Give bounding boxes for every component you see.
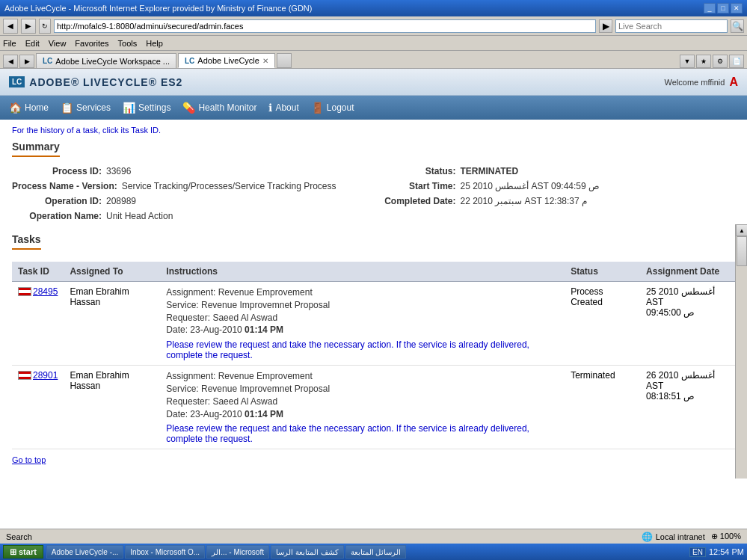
nav-home[interactable]: 🏠 Home — [9, 102, 49, 114]
instructions-text-0: Assignment: Revenue Emprovement Service:… — [166, 286, 559, 336]
table-header-row: Task ID Assigned To Instructions Status … — [12, 262, 735, 282]
assignment-time-0: 09:45:00 ص — [646, 307, 729, 318]
services-icon: 📋 — [61, 102, 73, 114]
status-value-1: Terminated — [571, 370, 615, 381]
scroll-up-button[interactable]: ▲ — [736, 224, 747, 236]
tab-0[interactable]: LC Adobe LiveCycle Workspace ... — [36, 53, 176, 68]
refresh-button[interactable]: ↻ — [39, 19, 51, 34]
operation-name-value: Unit Head Action — [106, 211, 173, 221]
settings-icon: 📊 — [123, 102, 135, 114]
assignment-date-1: 26 2010 أغسطس AST — [646, 370, 729, 391]
nav-health-monitor[interactable]: 💊 Health Monitor — [182, 102, 256, 114]
operation-id-value: 208989 — [106, 196, 136, 206]
back-button[interactable]: ◀ — [3, 19, 18, 34]
menu-help[interactable]: Help — [146, 39, 163, 48]
menu-file[interactable]: File — [3, 39, 16, 48]
task-id-link-0[interactable]: 28495 — [33, 286, 58, 297]
app-title: ADOBE® LIVECYCLE® ES2 — [29, 76, 182, 88]
process-id-label: Process ID: — [12, 166, 102, 176]
forward-button[interactable]: ▶ — [21, 19, 36, 34]
task-id-link-1[interactable]: 28901 — [33, 370, 58, 381]
status-right: 🌐 Local intranet ⊕ 100% — [642, 532, 741, 542]
date-bold-0: 01:14 PM — [245, 324, 283, 335]
quick-tabs-button[interactable]: ▼ — [680, 55, 695, 68]
completed-date-value: 22 2010 سبتمبر AST 12:38:37 م — [461, 196, 588, 206]
assignment-date-cell-0: 25 2010 أغسطس AST 09:45:00 ص — [640, 282, 735, 366]
tab-1-label: Adobe LiveCycle — [197, 56, 259, 65]
status-cell-0: Process Created — [565, 282, 640, 366]
menu-view[interactable]: View — [49, 39, 67, 48]
address-input[interactable] — [54, 19, 596, 33]
maximize-button[interactable]: □ — [717, 3, 729, 13]
right-info: Status: TERMINATED Start Time: 25 2010 أ… — [381, 166, 736, 221]
nav-settings[interactable]: 📊 Settings — [123, 102, 170, 114]
start-button[interactable]: ⊞ start — [3, 545, 43, 559]
nav-logout[interactable]: 🚪 Logout — [311, 102, 354, 114]
tab-1-close[interactable]: ✕ — [262, 57, 268, 65]
nav-services[interactable]: 📋 Services — [61, 102, 111, 114]
new-tab-button[interactable] — [277, 53, 292, 68]
tab-scroll-left[interactable]: ◀ — [3, 55, 18, 68]
instructions-link-1[interactable]: Please review the request and take the n… — [166, 423, 529, 444]
language-indicator: EN — [689, 547, 706, 557]
assignment-date-0: 25 2010 أغسطس AST — [646, 286, 729, 307]
scroll-thumb[interactable] — [737, 236, 747, 266]
adobe-icon: A — [729, 76, 738, 89]
lc-box: LC — [9, 76, 25, 87]
instructions-link-0[interactable]: Please review the request and take the n… — [166, 339, 529, 360]
minimize-button[interactable]: _ — [704, 3, 716, 13]
status-value-0: Process Created — [571, 286, 603, 307]
taskbar-item-1[interactable]: Inbox - Microsoft O... — [125, 545, 205, 559]
assigned-to-0: Eman Ebrahim Hassan — [70, 286, 129, 307]
status-value: TERMINATED — [461, 166, 519, 176]
start-time-row: Start Time: 25 2010 أغسطس AST 09:44:59 ص — [381, 181, 736, 191]
nav-settings-label: Settings — [138, 102, 170, 113]
home-icon: 🏠 — [9, 102, 22, 114]
col-status: Status — [565, 262, 640, 282]
start-label: start — [19, 547, 37, 556]
system-time: 12:54 PM — [709, 547, 744, 556]
menu-tools[interactable]: Tools — [118, 39, 138, 48]
status-bar: Search 🌐 Local intranet ⊕ 100% — [0, 529, 747, 544]
menu-edit[interactable]: Edit — [25, 39, 40, 48]
page-tab-button[interactable]: 📄 — [729, 55, 744, 68]
tasks-table: Task ID Assigned To Instructions Status … — [12, 262, 735, 449]
summary-grid: Process ID: 33696 Process Name - Version… — [12, 166, 735, 221]
start-time-label: Start Time: — [381, 181, 456, 191]
nav-logout-label: Logout — [327, 102, 354, 113]
nav-about[interactable]: ℹ About — [268, 102, 298, 114]
logout-icon: 🚪 — [311, 102, 324, 114]
taskbar: ⊞ start Adobe LiveCycle -... Inbox - Mic… — [0, 544, 747, 560]
window-controls[interactable]: _ □ ✕ — [704, 3, 743, 13]
taskbar-items: Adobe LiveCycle -... Inbox - Microsoft O… — [46, 545, 686, 559]
vertical-scrollbar[interactable]: ▲ ▼ — [735, 224, 747, 479]
search-go-button[interactable]: 🔍 — [731, 19, 744, 33]
close-button[interactable]: ✕ — [731, 3, 743, 13]
go-button[interactable]: ▶ — [599, 19, 612, 33]
tab-0-label: Adobe LiveCycle Workspace ... — [55, 57, 170, 66]
scroll-track — [736, 236, 747, 479]
assigned-to-cell-1: Eman Ebrahim Hassan — [64, 366, 160, 449]
zoom-level: ⊕ 100% — [711, 532, 741, 541]
search-input[interactable] — [615, 19, 728, 33]
taskbar-item-2[interactable]: الر... - Microsoft — [206, 545, 269, 559]
tab-1[interactable]: LC Adobe LiveCycle ✕ — [178, 53, 275, 68]
left-info: Process ID: 33696 Process Name - Version… — [12, 166, 366, 221]
assignment-date-cell-1: 26 2010 أغسطس AST 08:18:51 ص — [640, 366, 735, 449]
favorites-tab-button[interactable]: ★ — [696, 55, 711, 68]
zone-label: Local intranet — [656, 532, 705, 541]
taskbar-item-4[interactable]: الرسائل المتابعة — [345, 545, 407, 559]
tools-tab-button[interactable]: ⚙ — [713, 55, 728, 68]
health-monitor-icon: 💊 — [182, 102, 195, 114]
breadcrumb: For the history of a task, click its Tas… — [12, 126, 735, 135]
taskbar-right: EN 12:54 PM — [689, 547, 744, 557]
tab-scroll-right[interactable]: ▶ — [19, 55, 34, 68]
instructions-cell-0: Assignment: Revenue Emprovement Service:… — [160, 282, 565, 366]
menu-favorites[interactable]: Favorites — [75, 39, 108, 48]
goto-top-link[interactable]: Go to top — [12, 455, 735, 464]
about-icon: ℹ — [268, 102, 272, 114]
process-id-row: Process ID: 33696 — [12, 166, 366, 176]
operation-name-label: Operation Name: — [12, 211, 102, 221]
taskbar-item-3[interactable]: كشف المتابعة الرسا — [271, 545, 344, 559]
taskbar-item-0[interactable]: Adobe LiveCycle -... — [46, 545, 124, 559]
